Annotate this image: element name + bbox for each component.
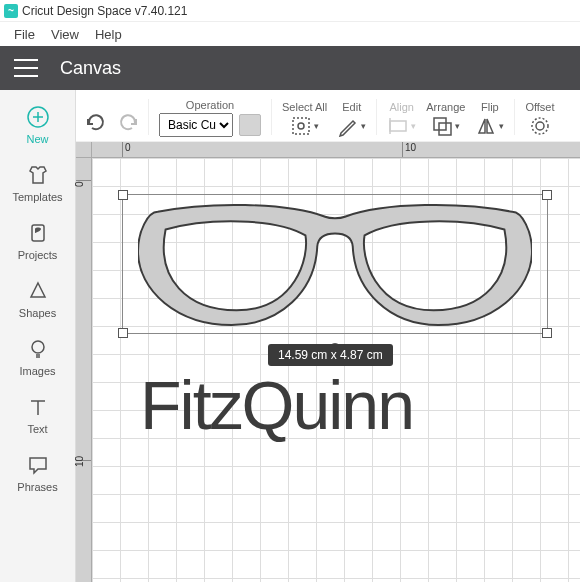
glasses-shape[interactable] — [138, 200, 532, 332]
svg-rect-11 — [390, 121, 406, 131]
offset-icon — [529, 115, 551, 137]
menu-view[interactable]: View — [51, 27, 79, 42]
window-title: Cricut Design Space v7.40.121 — [22, 4, 187, 18]
shirt-icon — [26, 163, 50, 187]
handle-bottom-right[interactable] — [542, 328, 552, 338]
redo-icon[interactable] — [116, 111, 138, 133]
sidebar-item-images[interactable]: Images — [0, 328, 75, 386]
sidebar-item-shapes[interactable]: Shapes — [0, 270, 75, 328]
app-icon: ~ — [4, 4, 18, 18]
ruler-horizontal[interactable]: 0 10 — [92, 142, 580, 158]
sidebar-item-label: Images — [19, 365, 55, 377]
arrange-group[interactable]: Arrange ▾ — [426, 101, 465, 137]
svg-rect-9 — [293, 118, 309, 134]
menu-help[interactable]: Help — [95, 27, 122, 42]
offset-group[interactable]: Offset — [525, 101, 554, 137]
svg-rect-13 — [434, 118, 446, 130]
page-title: Canvas — [60, 58, 121, 79]
sidebar-item-label: New — [26, 133, 48, 145]
arrange-label: Arrange — [426, 101, 465, 113]
sidebar-item-phrases[interactable]: Phrases — [0, 444, 75, 502]
arrange-icon — [431, 115, 453, 137]
canvas-text-object[interactable]: FitzQuinn — [140, 366, 413, 444]
handle-bottom-left[interactable] — [118, 328, 128, 338]
svg-point-16 — [532, 118, 548, 134]
edit-label: Edit — [342, 101, 361, 113]
operation-group: Operation Basic Cut — [159, 99, 261, 137]
align-label: Align — [390, 101, 414, 113]
svg-rect-14 — [439, 123, 451, 135]
pencil-icon — [337, 115, 359, 137]
sidebar-item-projects[interactable]: Projects — [0, 212, 75, 270]
sidebar: New Templates Projects Shapes Images Tex… — [0, 90, 76, 582]
svg-point-4 — [32, 341, 44, 353]
canvas[interactable]: 14.59 cm x 4.87 cm FitzQuinn — [92, 158, 580, 582]
flip-label: Flip — [481, 101, 499, 113]
svg-point-10 — [298, 123, 304, 129]
undo-icon[interactable] — [84, 111, 106, 133]
plus-circle-icon — [26, 105, 50, 129]
flip-icon — [475, 115, 497, 137]
bulb-icon — [26, 337, 50, 361]
chat-icon — [26, 453, 50, 477]
sidebar-item-text[interactable]: Text — [0, 386, 75, 444]
handle-top-right[interactable] — [542, 190, 552, 200]
svg-point-15 — [536, 122, 544, 130]
sidebar-item-label: Templates — [12, 191, 62, 203]
select-all-label: Select All — [282, 101, 327, 113]
sidebar-item-label: Text — [27, 423, 47, 435]
sidebar-item-new[interactable]: New — [0, 96, 75, 154]
edit-group[interactable]: Edit ▾ — [337, 101, 366, 137]
app-header: Canvas — [0, 46, 580, 90]
handle-top-left[interactable] — [118, 190, 128, 200]
flip-group[interactable]: Flip ▾ — [475, 101, 504, 137]
align-icon — [387, 115, 409, 137]
hamburger-icon[interactable] — [14, 59, 38, 77]
ruler-vertical[interactable]: 0 10 — [76, 158, 92, 582]
select-all-icon — [290, 115, 312, 137]
toolbar: Operation Basic Cut Select All ▾ Edit ▾ … — [76, 90, 580, 142]
operation-label: Operation — [186, 99, 234, 111]
sidebar-item-label: Shapes — [19, 307, 56, 319]
sidebar-item-label: Projects — [18, 249, 58, 261]
select-all-group[interactable]: Select All ▾ — [282, 101, 327, 137]
operation-select[interactable]: Basic Cut — [159, 113, 233, 137]
size-badge: 14.59 cm x 4.87 cm — [268, 344, 393, 366]
card-icon — [26, 221, 50, 245]
align-group: Align ▾ — [387, 101, 416, 137]
text-icon — [26, 395, 50, 419]
shapes-icon — [26, 279, 50, 303]
menu-file[interactable]: File — [14, 27, 35, 42]
menubar: File View Help — [0, 22, 580, 46]
offset-label: Offset — [525, 101, 554, 113]
titlebar: ~ Cricut Design Space v7.40.121 — [0, 0, 580, 22]
svg-rect-3 — [32, 225, 44, 241]
sidebar-item-label: Phrases — [17, 481, 57, 493]
ruler-corner — [76, 142, 92, 158]
sidebar-item-templates[interactable]: Templates — [0, 154, 75, 212]
color-swatch[interactable] — [239, 114, 261, 136]
